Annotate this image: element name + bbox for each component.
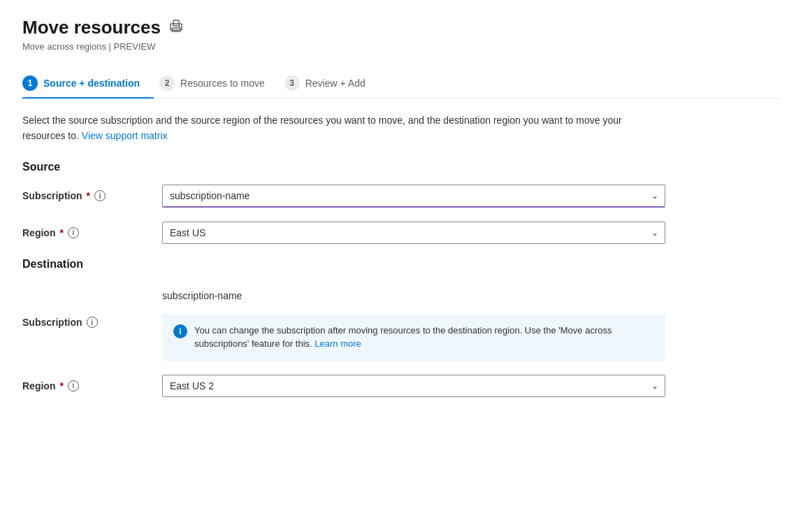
destination-region-info-icon[interactable]: i (68, 380, 79, 391)
source-region-select-wrapper: East US West US East US 2 West US 2 Cent… (162, 222, 665, 244)
info-box-icon: i (173, 324, 187, 338)
tab-number-3: 3 (284, 76, 300, 91)
source-subscription-row: Subscription * i subscription-name ⌄ (22, 185, 781, 208)
tab-review-add[interactable]: 3 Review + Add (284, 69, 379, 98)
tab-label-review-add: Review + Add (305, 78, 366, 89)
destination-region-select-wrapper: East US 2 East US West US West US 2 Cent… (162, 375, 665, 397)
destination-region-select[interactable]: East US 2 East US West US West US 2 Cent… (162, 375, 665, 397)
destination-region-control: East US 2 East US West US West US 2 Cent… (162, 375, 665, 397)
destination-subscription-row: Subscription i subscription-name i You c… (22, 285, 781, 361)
tab-number-1: 1 (22, 76, 38, 91)
source-region-control: East US West US East US 2 West US 2 Cent… (162, 222, 665, 244)
destination-region-row: Region * i East US 2 East US West US Wes… (22, 375, 781, 397)
source-region-row: Region * i East US West US East US 2 Wes… (22, 222, 781, 244)
destination-subscription-info-icon[interactable]: i (87, 317, 98, 328)
print-icon[interactable] (169, 19, 183, 36)
destination-subscription-info-box: i You can change the subscription after … (162, 314, 665, 361)
source-region-required: * (59, 227, 63, 238)
source-region-info-icon[interactable]: i (68, 227, 79, 238)
destination-subscription-value: subscription-name (162, 285, 665, 307)
tabs-container: 1 Source + destination 2 Resources to mo… (22, 69, 781, 99)
info-box-text: You can change the subscription after mo… (194, 324, 654, 351)
destination-region-required: * (59, 380, 63, 391)
tab-resources-to-move[interactable]: 2 Resources to move (159, 69, 279, 98)
tab-source-destination[interactable]: 1 Source + destination (22, 69, 154, 98)
svg-point-3 (179, 26, 180, 27)
learn-more-link[interactable]: Learn more (314, 338, 361, 349)
destination-subscription-label: Subscription i (22, 317, 162, 328)
support-matrix-link[interactable]: View support matrix (82, 130, 168, 141)
page-title: Move resources (22, 17, 781, 38)
source-subscription-label: Subscription * i (22, 190, 162, 201)
tab-label-source-destination: Source + destination (43, 78, 140, 89)
source-subscription-select[interactable]: subscription-name (162, 185, 665, 208)
source-subscription-info-icon[interactable]: i (94, 190, 106, 201)
description-text: Select the source subscription and the s… (22, 113, 651, 144)
tab-label-resources-to-move: Resources to move (180, 78, 265, 89)
source-subscription-required: * (87, 190, 90, 201)
source-region-select[interactable]: East US West US East US 2 West US 2 Cent… (162, 222, 665, 244)
source-section-title: Source (22, 161, 781, 173)
destination-section-title: Destination (22, 258, 781, 271)
svg-rect-1 (173, 20, 179, 26)
destination-region-label: Region * i (22, 380, 162, 391)
source-subscription-select-wrapper: subscription-name ⌄ (162, 185, 665, 208)
source-region-label: Region * i (22, 227, 162, 238)
subtitle: Move across regions | PREVIEW (22, 41, 781, 52)
tab-number-2: 2 (159, 76, 175, 91)
destination-subscription-control: subscription-name i You can change the s… (162, 285, 665, 361)
source-subscription-control: subscription-name ⌄ (162, 185, 665, 208)
